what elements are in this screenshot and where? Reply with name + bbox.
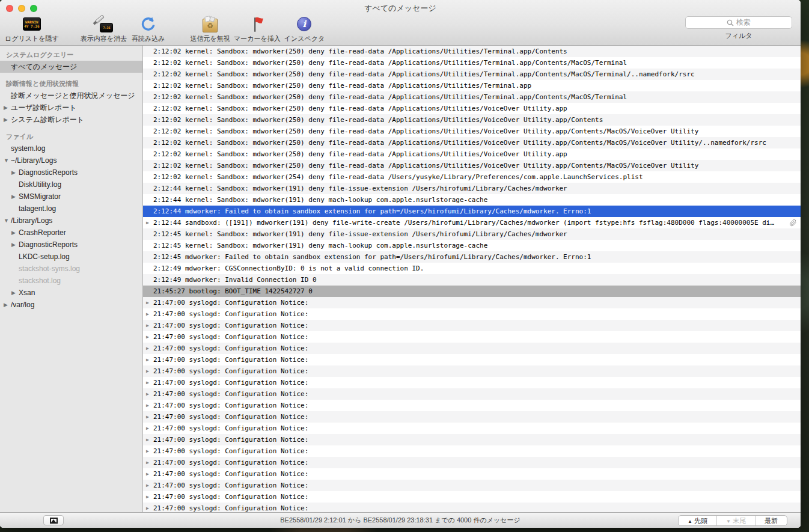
log-row[interactable]: 2:12:02 kernel: Sandbox: mdworker(254) d…: [143, 171, 801, 183]
search-input[interactable]: 検索: [685, 16, 792, 29]
disclosure-closed-icon[interactable]: ▶: [146, 503, 149, 512]
sidebar-item-diagnostic-and-usage-messages[interactable]: 診断メッセージと使用状況メッセージ: [0, 90, 142, 102]
sidebar-item-crashreporter[interactable]: ▶CrashReporter: [0, 227, 142, 239]
paperclip-attachment-icon[interactable]: [789, 218, 797, 228]
disclosure-open-icon[interactable]: ▼: [4, 215, 9, 227]
disclosure-closed-icon[interactable]: ▶: [146, 457, 149, 468]
log-row[interactable]: ▶21:47:00 syslogd: Configuration Notice:: [143, 400, 801, 411]
sidebar-item-diagnosticreports[interactable]: ▶DiagnosticReports: [0, 239, 142, 251]
disclosure-closed-icon[interactable]: ▶: [146, 400, 149, 411]
disclosure-closed-icon[interactable]: ▶: [146, 491, 149, 503]
disclosure-closed-icon[interactable]: ▶: [146, 331, 149, 343]
disclosure-closed-icon[interactable]: ▶: [146, 434, 149, 445]
log-row[interactable]: ▶2:12:44 sandboxd: ([191]) mdworker(191)…: [143, 217, 801, 228]
log-row[interactable]: 2:12:44 kernel: Sandbox: mdworker(191) d…: [143, 194, 801, 206]
log-row[interactable]: ▶21:47:00 syslogd: Configuration Notice:: [143, 445, 801, 457]
log-row-selected[interactable]: 2:12:44 mdworker: Failed to obtain sandb…: [143, 206, 801, 217]
log-row[interactable]: ▶21:47:00 syslogd: Configuration Notice:: [143, 468, 801, 480]
log-row[interactable]: 2:12:02 kernel: Sandbox: mdworker(250) d…: [143, 114, 801, 126]
disclosure-closed-icon[interactable]: ▶: [146, 445, 149, 457]
log-row[interactable]: ▶21:47:00 syslogd: Configuration Notice:: [143, 411, 801, 423]
log-row[interactable]: 2:12:02 kernel: Sandbox: mdworker(250) d…: [143, 69, 801, 80]
sidebar-item-user-library-logs[interactable]: ▼~/Library/Logs: [0, 154, 142, 167]
sidebar-item-talagent-log[interactable]: talagent.log: [0, 203, 142, 215]
hide-log-list-button[interactable]: WARNIN4Y 7:36 ログリストを隠す: [5, 14, 59, 43]
log-row[interactable]: 2:12:02 kernel: Sandbox: mdworker(250) d…: [143, 46, 801, 57]
log-row[interactable]: ▶21:47:00 syslogd: Configuration Notice:: [143, 354, 801, 365]
disclosure-closed-icon[interactable]: ▶: [146, 423, 149, 434]
show-latest-button[interactable]: 最新: [755, 516, 787, 525]
disclosure-closed-icon[interactable]: ▶: [146, 377, 149, 388]
disclosure-closed-icon[interactable]: ▶: [146, 365, 149, 377]
log-row[interactable]: 2:12:49 mdworker: CGSConnectionByID: 0 i…: [143, 263, 801, 274]
log-row[interactable]: ▶21:47:00 syslogd: Configuration Notice:: [143, 388, 801, 400]
log-row[interactable]: 2:12:02 kernel: Sandbox: mdworker(250) d…: [143, 137, 801, 148]
disclosure-open-icon[interactable]: ▼: [4, 154, 9, 167]
disclosure-closed-icon[interactable]: ▶: [146, 468, 149, 480]
log-row-boot-marker[interactable]: 21:45:27 bootlog: BOOT_TIME 1422542727 0: [143, 286, 801, 297]
sidebar-item-smsmigrator[interactable]: ▶SMSMigrator: [0, 191, 142, 203]
ignore-sender-button[interactable]: ♻ 送信元を無視: [191, 14, 230, 43]
sidebar-item-all-messages[interactable]: すべてのメッセージ: [0, 61, 142, 73]
disclosure-closed-icon[interactable]: ▶: [146, 411, 149, 423]
disclosure-closed-icon[interactable]: ▶: [146, 308, 149, 320]
inspector-button[interactable]: i インスペクタ: [284, 14, 325, 43]
log-row[interactable]: ▶21:47:00 syslogd: Configuration Notice:: [143, 423, 801, 434]
sidebar-item-lkdc-setup-log[interactable]: LKDC-setup.log: [0, 251, 142, 263]
log-row[interactable]: 2:12:49 mdworker: Invalid Connection ID …: [143, 274, 801, 286]
sidebar-item-var-log[interactable]: ▶/var/log: [0, 299, 142, 311]
log-row[interactable]: 2:12:02 kernel: Sandbox: mdworker(250) d…: [143, 126, 801, 137]
sidebar-item-library-logs[interactable]: ▼/Library/Logs: [0, 215, 142, 227]
log-row[interactable]: 2:12:45 kernel: Sandbox: mdworker(191) d…: [143, 240, 801, 251]
log-row[interactable]: 2:12:45 mdworker: Failed to obtain sandb…: [143, 251, 801, 263]
sidebar-item-stackshot-syms-log[interactable]: stackshot-syms.log: [0, 263, 142, 275]
log-row[interactable]: 2:12:02 kernel: Sandbox: mdworker(250) d…: [143, 57, 801, 69]
disclosure-closed-icon[interactable]: ▶: [146, 354, 149, 365]
disclosure-closed-icon[interactable]: ▶: [4, 114, 8, 126]
disclosure-closed-icon[interactable]: ▶: [4, 102, 8, 114]
disclosure-closed-icon[interactable]: ▶: [11, 239, 16, 251]
log-row[interactable]: 2:12:44 kernel: Sandbox: mdworker(191) d…: [143, 183, 801, 194]
log-row[interactable]: ▶21:47:00 syslogd: Configuration Notice:: [143, 377, 801, 388]
disclosure-closed-icon[interactable]: ▶: [11, 191, 16, 203]
sidebar-item-system-diagnostic-reports[interactable]: ▶システム診断レポート: [0, 114, 142, 126]
log-row[interactable]: ▶21:47:00 syslogd: Configuration Notice:: [143, 308, 801, 320]
sidebar-item-stackshot-log[interactable]: stackshot.log: [0, 275, 142, 287]
disclosure-closed-icon[interactable]: ▶: [11, 287, 16, 299]
log-row[interactable]: 2:12:02 kernel: Sandbox: mdworker(250) d…: [143, 80, 801, 91]
reload-button[interactable]: 再読み込み: [132, 14, 165, 43]
log-row[interactable]: 2:12:02 kernel: Sandbox: mdworker(250) d…: [143, 91, 801, 103]
log-row[interactable]: ▶21:47:00 syslogd: Configuration Notice:: [143, 491, 801, 503]
log-row[interactable]: ▶21:47:00 syslogd: Configuration Notice:: [143, 434, 801, 445]
sidebar-item-system-log[interactable]: system.log: [0, 142, 142, 154]
log-row[interactable]: ▶21:47:00 syslogd: Configuration Notice:: [143, 457, 801, 468]
disclosure-closed-icon[interactable]: ▶: [4, 299, 8, 311]
insert-marker-button[interactable]: マーカーを挿入: [234, 14, 281, 43]
sidebar-item-user-diagnosticreports[interactable]: ▶DiagnosticReports: [0, 167, 142, 179]
log-row[interactable]: ▶21:47:00 syslogd: Configuration Notice:: [143, 480, 801, 491]
disclosure-closed-icon[interactable]: ▶: [146, 297, 149, 308]
log-row[interactable]: ▶21:47:00 syslogd: Configuration Notice:: [143, 365, 801, 377]
log-row[interactable]: ▶21:47:00 syslogd: Configuration Notice:: [143, 503, 801, 512]
disclosure-closed-icon[interactable]: ▶: [146, 217, 149, 228]
disclosure-closed-icon[interactable]: ▶: [146, 388, 149, 400]
log-row[interactable]: ▶21:47:00 syslogd: Configuration Notice:: [143, 320, 801, 331]
log-row[interactable]: 2:12:02 kernel: Sandbox: mdworker(250) d…: [143, 103, 801, 114]
disclosure-closed-icon[interactable]: ▶: [11, 167, 16, 179]
log-row[interactable]: ▶21:47:00 syslogd: Configuration Notice:: [143, 331, 801, 343]
scroll-to-bottom-button[interactable]: ▼ 末尾: [716, 516, 755, 525]
log-row[interactable]: ▶21:47:00 syslogd: Configuration Notice:: [143, 297, 801, 308]
log-row[interactable]: ▶21:47:00 syslogd: Configuration Notice:: [143, 343, 801, 354]
disclosure-closed-icon[interactable]: ▶: [11, 227, 16, 239]
log-message-list[interactable]: 2:12:02 kernel: Sandbox: mdworker(250) d…: [143, 46, 801, 512]
scroll-to-top-button[interactable]: ▲ 先頭: [679, 516, 716, 525]
log-row[interactable]: 2:12:02 kernel: Sandbox: mdworker(250) d…: [143, 148, 801, 160]
log-row[interactable]: 2:12:02 kernel: Sandbox: mdworker(250) d…: [143, 160, 801, 171]
disclosure-closed-icon[interactable]: ▶: [146, 343, 149, 354]
disclosure-closed-icon[interactable]: ▶: [146, 480, 149, 491]
clear-display-button[interactable]: 7:36 表示内容を消去: [81, 14, 127, 43]
disclosure-closed-icon[interactable]: ▶: [146, 320, 149, 331]
sidebar-item-xsan[interactable]: ▶Xsan: [0, 287, 142, 299]
sidebar-item-user-diagnostic-reports[interactable]: ▶ユーザ診断レポート: [0, 102, 142, 114]
marker-banner-button[interactable]: [43, 515, 64, 525]
